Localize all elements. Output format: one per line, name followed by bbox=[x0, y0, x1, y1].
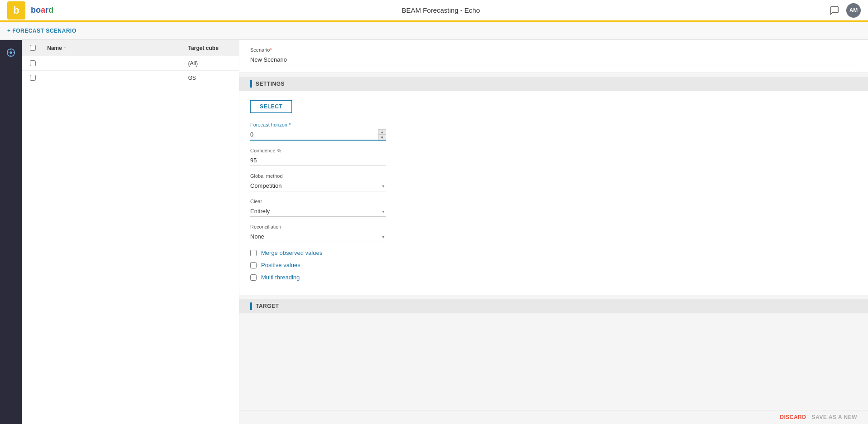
list-header: Name ↑ Target cube bbox=[22, 40, 239, 56]
positive-values-label: Positive values bbox=[261, 262, 301, 268]
spinner-down-button[interactable]: ▼ bbox=[378, 135, 386, 140]
discard-button[interactable]: DISCARD bbox=[780, 414, 806, 420]
scenario-section: Scenario* bbox=[239, 40, 868, 73]
list-item[interactable]: (All) bbox=[22, 56, 239, 71]
forecast-horizon-input-wrap: ▲ ▼ bbox=[250, 129, 386, 141]
multi-threading-checkbox-row: Multi threading bbox=[250, 274, 857, 281]
multi-threading-checkbox[interactable] bbox=[250, 274, 257, 281]
global-method-select-wrap: Competition ETS ARIMA None ▾ bbox=[250, 180, 386, 191]
svg-point-1 bbox=[10, 51, 12, 54]
brand: board bbox=[31, 5, 53, 15]
row-target: GS bbox=[184, 75, 239, 81]
positive-values-checkbox-row: Positive values bbox=[250, 262, 857, 268]
left-icon-bar bbox=[0, 40, 22, 424]
topbar-actions: AM bbox=[828, 3, 861, 18]
settings-section: SETTINGS SELECT Forecast horizon * ▲ ▼ bbox=[239, 77, 868, 295]
forecast-horizon-input[interactable] bbox=[250, 129, 386, 141]
settings-title: SETTINGS bbox=[256, 81, 285, 87]
logo-letter: b bbox=[13, 5, 19, 16]
forecast-horizon-field: Forecast horizon * ▲ ▼ bbox=[250, 122, 857, 141]
footer-bar: DISCARD SAVE AS A NEW bbox=[239, 410, 868, 424]
merge-observed-label: Merge observed values bbox=[261, 249, 322, 256]
header-checkbox-cell bbox=[22, 45, 44, 51]
clear-field: Clear Entirely Partially None ▾ bbox=[250, 199, 857, 217]
clear-select[interactable]: Entirely Partially None bbox=[250, 206, 386, 217]
forecast-icon[interactable] bbox=[4, 45, 18, 60]
reconciliation-field: Reconciliation None Top-down Bottom-up ▾ bbox=[250, 224, 857, 242]
user-avatar[interactable]: AM bbox=[846, 3, 861, 18]
brand-text: board bbox=[31, 5, 53, 15]
page-title: BEAM Forecasting - Echo bbox=[53, 6, 828, 14]
main-layout: Name ↑ Target cube (All) GS Scenario bbox=[0, 40, 868, 424]
add-forecast-scenario-button[interactable]: + FORECAST SCENARIO bbox=[7, 28, 77, 34]
name-column-header: Name ↑ bbox=[44, 45, 184, 51]
chat-icon[interactable] bbox=[828, 4, 841, 17]
row-checkbox[interactable] bbox=[30, 75, 36, 81]
positive-values-checkbox[interactable] bbox=[250, 262, 257, 268]
reconciliation-select-wrap: None Top-down Bottom-up ▾ bbox=[250, 231, 386, 242]
target-section-bar bbox=[250, 302, 252, 310]
save-as-new-button[interactable]: SAVE AS A NEW bbox=[812, 414, 857, 420]
row-checkbox-cell bbox=[22, 75, 44, 81]
target-title: TARGET bbox=[256, 303, 279, 309]
global-method-field: Global method Competition ETS ARIMA None… bbox=[250, 173, 857, 191]
list-item[interactable]: GS bbox=[22, 71, 239, 85]
spinner-up-button[interactable]: ▲ bbox=[378, 129, 386, 135]
settings-section-header: SETTINGS bbox=[239, 77, 868, 91]
number-spinners: ▲ ▼ bbox=[378, 129, 386, 141]
select-button[interactable]: SELECT bbox=[250, 100, 292, 113]
confidence-input[interactable] bbox=[250, 155, 386, 166]
subbar: + FORECAST SCENARIO bbox=[0, 22, 868, 40]
global-method-select[interactable]: Competition ETS ARIMA None bbox=[250, 180, 386, 191]
multi-threading-label: Multi threading bbox=[261, 274, 300, 281]
target-section: TARGET bbox=[239, 299, 868, 313]
row-checkbox[interactable] bbox=[30, 60, 36, 66]
target-cube-column-header: Target cube bbox=[184, 45, 239, 51]
reconciliation-select[interactable]: None Top-down Bottom-up bbox=[250, 231, 386, 242]
confidence-field: Confidence % bbox=[250, 148, 857, 166]
topbar: b board BEAM Forecasting - Echo AM bbox=[0, 0, 868, 22]
select-all-checkbox[interactable] bbox=[30, 45, 36, 51]
global-method-label: Global method bbox=[250, 173, 857, 179]
scenario-input[interactable] bbox=[250, 54, 857, 65]
clear-select-wrap: Entirely Partially None ▾ bbox=[250, 206, 386, 217]
section-bar bbox=[250, 80, 252, 88]
merge-observed-checkbox[interactable] bbox=[250, 250, 257, 256]
target-section-header: TARGET bbox=[239, 299, 868, 313]
merge-observed-checkbox-row: Merge observed values bbox=[250, 249, 857, 256]
right-panel: Scenario* SETTINGS SELECT Forecast horiz… bbox=[239, 40, 868, 424]
clear-label: Clear bbox=[250, 199, 857, 204]
sort-arrow-icon: ↑ bbox=[64, 45, 66, 50]
logo-box: b bbox=[7, 1, 25, 19]
confidence-label: Confidence % bbox=[250, 148, 857, 153]
reconciliation-label: Reconciliation bbox=[250, 224, 857, 229]
scenario-field-label: Scenario* bbox=[250, 47, 857, 53]
forecast-horizon-label: Forecast horizon * bbox=[250, 122, 857, 127]
settings-body: SELECT Forecast horizon * ▲ ▼ bbox=[239, 91, 868, 295]
left-panel: Name ↑ Target cube (All) GS bbox=[22, 40, 239, 424]
row-checkbox-cell bbox=[22, 60, 44, 66]
row-target: (All) bbox=[184, 60, 239, 67]
